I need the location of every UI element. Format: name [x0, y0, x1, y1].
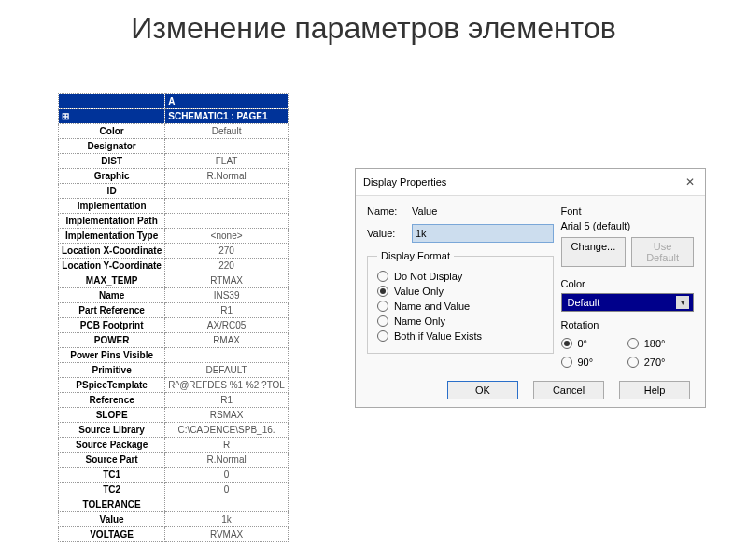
format-option-label: Name Only — [394, 315, 445, 327]
rotation-option[interactable]: 270° — [627, 357, 694, 368]
change-button[interactable]: Change... — [561, 237, 627, 267]
prop-value[interactable]: R.Normal — [165, 169, 289, 184]
format-option[interactable]: Do Not Display — [377, 271, 543, 282]
help-button[interactable]: Help — [619, 381, 690, 399]
prop-label: MAX_TEMP — [59, 273, 165, 288]
table-row[interactable]: Power Pins Visible — [59, 348, 289, 363]
format-option-label: Value Only — [394, 286, 444, 297]
prop-value[interactable]: R.Normal — [165, 453, 289, 468]
prop-value[interactable]: AX/RC05 — [165, 318, 289, 333]
format-option[interactable]: Both if Value Exists — [377, 330, 543, 342]
table-row[interactable]: ID — [59, 184, 289, 199]
prop-value[interactable]: INS39 — [165, 288, 289, 303]
chevron-down-icon: ▾ — [676, 296, 689, 309]
prop-value[interactable]: RSMAX — [165, 408, 289, 423]
prop-label: Part Reference — [59, 303, 165, 318]
radio-icon — [377, 271, 388, 282]
rotation-option-label: 180° — [644, 338, 666, 349]
rotation-option[interactable]: 90° — [561, 357, 627, 368]
table-row[interactable]: Implementation — [59, 199, 289, 214]
prop-value[interactable]: DEFAULT — [165, 363, 289, 378]
prop-value[interactable] — [165, 214, 289, 229]
table-row[interactable]: TC10 — [59, 468, 289, 483]
table-row[interactable]: PCB FootprintAX/RC05 — [59, 318, 289, 333]
table-row[interactable]: SLOPERSMAX — [59, 408, 289, 423]
prop-label: DIST — [59, 154, 165, 169]
prop-label: Designator — [59, 139, 165, 154]
prop-value[interactable] — [165, 348, 289, 363]
property-table: A ⊞ SCHEMATIC1 : PAGE1 ColorDefaultDesig… — [58, 93, 289, 542]
use-default-button[interactable]: Use Default — [631, 237, 694, 267]
table-row[interactable]: Part ReferenceR1 — [59, 303, 289, 318]
table-row[interactable]: Source PackageR — [59, 438, 289, 453]
prop-value[interactable]: RVMAX — [165, 527, 289, 542]
prop-value[interactable]: C:\CADENCE\SPB_16. — [165, 423, 289, 438]
prop-value[interactable]: RTMAX — [165, 273, 289, 288]
prop-value[interactable]: R1 — [165, 393, 289, 408]
table-row[interactable]: TC20 — [59, 483, 289, 497]
prop-value[interactable]: FLAT — [165, 154, 289, 169]
value-input[interactable] — [412, 224, 554, 243]
radio-icon — [561, 338, 572, 349]
prop-value[interactable]: R1 — [165, 303, 289, 318]
table-row[interactable]: DISTFLAT — [59, 154, 289, 169]
expand-icon[interactable]: ⊞ — [59, 109, 165, 124]
prop-value[interactable]: 270 — [165, 244, 289, 259]
prop-label: Power Pins Visible — [59, 348, 165, 363]
table-row[interactable]: NameINS39 — [59, 288, 289, 303]
prop-value[interactable]: R^@REFDES %1 %2 ?TOL — [165, 378, 289, 393]
prop-value[interactable]: R — [165, 438, 289, 453]
prop-label: Name — [59, 288, 165, 303]
rotation-option[interactable]: 0° — [561, 338, 627, 349]
close-icon[interactable]: ✕ — [683, 175, 698, 189]
table-row[interactable]: Source PartR.Normal — [59, 453, 289, 468]
color-select[interactable]: Default ▾ — [561, 293, 695, 312]
table-row[interactable]: GraphicR.Normal — [59, 169, 289, 184]
prop-label: Implementation — [59, 199, 165, 214]
prop-value[interactable]: Default — [165, 124, 289, 139]
prop-label: VOLTAGE — [59, 527, 165, 542]
format-option[interactable]: Value Only — [377, 286, 543, 297]
table-row[interactable]: Implementation Type<none> — [59, 229, 289, 244]
table-row[interactable]: ReferenceR1 — [59, 393, 289, 408]
name-value: Value — [412, 205, 437, 217]
table-row[interactable]: ColorDefault — [59, 124, 289, 139]
prop-label: Implementation Path — [59, 214, 165, 229]
prop-value[interactable]: 1k — [165, 512, 289, 527]
table-row[interactable]: Value1k — [59, 512, 289, 527]
prop-value[interactable] — [165, 497, 289, 512]
prop-value[interactable]: 0 — [165, 483, 289, 497]
prop-value[interactable] — [165, 199, 289, 214]
prop-value[interactable] — [165, 184, 289, 199]
table-row[interactable]: VOLTAGERVMAX — [59, 527, 289, 542]
prop-value[interactable]: RMAX — [165, 333, 289, 348]
radio-icon — [377, 301, 388, 312]
rotation-option[interactable]: 180° — [627, 338, 694, 349]
format-option[interactable]: Name and Value — [377, 301, 543, 312]
prop-label: Source Part — [59, 453, 165, 468]
table-row[interactable]: Location X-Coordinate270 — [59, 244, 289, 259]
prop-label: Reference — [59, 393, 165, 408]
table-row[interactable]: TOLERANCE — [59, 497, 289, 512]
table-row[interactable]: POWERRMAX — [59, 333, 289, 348]
ok-button[interactable]: OK — [447, 381, 518, 399]
table-row[interactable]: Source LibraryC:\CADENCE\SPB_16. — [59, 423, 289, 438]
table-row[interactable]: Location Y-Coordinate220 — [59, 259, 289, 273]
prop-value[interactable]: <none> — [165, 229, 289, 244]
sub-header[interactable]: SCHEMATIC1 : PAGE1 — [165, 109, 289, 124]
prop-label: TC1 — [59, 468, 165, 483]
prop-value[interactable] — [165, 139, 289, 154]
table-row[interactable]: Designator — [59, 139, 289, 154]
table-row[interactable]: PrimitiveDEFAULT — [59, 363, 289, 378]
col-header[interactable]: A — [165, 94, 289, 109]
cancel-button[interactable]: Cancel — [533, 381, 604, 399]
prop-label: TOLERANCE — [59, 497, 165, 512]
table-row[interactable]: Implementation Path — [59, 214, 289, 229]
prop-value[interactable]: 220 — [165, 259, 289, 273]
format-option[interactable]: Name Only — [377, 315, 543, 327]
prop-value[interactable]: 0 — [165, 468, 289, 483]
display-format-group: Display Format Do Not DisplayValue OnlyN… — [367, 250, 554, 354]
table-row[interactable]: PSpiceTemplateR^@REFDES %1 %2 ?TOL — [59, 378, 289, 393]
prop-label: Source Package — [59, 438, 165, 453]
table-row[interactable]: MAX_TEMPRTMAX — [59, 273, 289, 288]
